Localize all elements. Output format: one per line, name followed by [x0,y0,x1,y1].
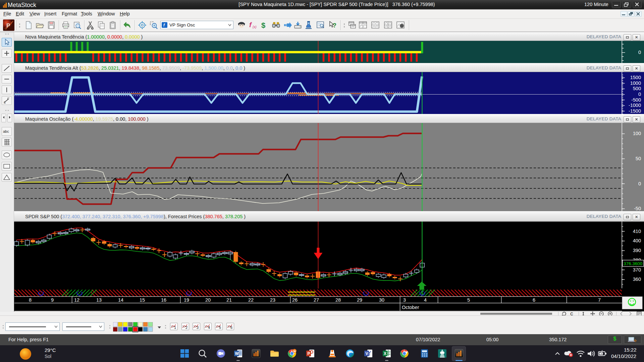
svg-text:15: 15 [140,297,145,303]
svg-text:(x): (x) [253,25,257,29]
svg-text:14: 14 [118,297,123,303]
svg-text:19: 19 [184,297,189,303]
svg-text:-500: -500 [631,97,641,103]
svg-text:N: N [293,350,296,353]
svg-text:S: S [4,101,6,104]
svg-text:4: 4 [424,297,427,303]
svg-text:?: ? [333,22,336,29]
svg-text:9: 9 [51,297,54,303]
svg-text:360: 360 [633,277,641,282]
svg-text:$: $ [261,21,265,29]
svg-text:f: f [249,21,252,28]
svg-text:4: 4 [208,325,210,329]
svg-text:27: 27 [314,297,319,303]
svg-text:October: October [402,305,419,310]
svg-text:0: 0 [638,181,641,186]
svg-text:1500: 1500 [630,75,641,80]
svg-text:5: 5 [219,325,221,329]
svg-text:0: 0 [638,50,641,55]
svg-text:5: 5 [467,297,470,303]
svg-text:23: 23 [270,297,275,303]
svg-text:-50: -50 [634,206,641,211]
svg-text:1: 1 [174,325,176,329]
svg-text:3: 3 [197,325,199,329]
svg-text:P: P [6,22,10,29]
svg-text:13: 13 [96,297,102,303]
svg-text:410: 410 [633,229,641,234]
svg-text:29: 29 [357,297,362,303]
svg-text:26: 26 [292,297,298,303]
svg-text:21: 21 [226,297,232,303]
svg-text:28: 28 [335,297,341,303]
svg-text:16: 16 [161,297,166,303]
svg-text:P: P [308,351,310,356]
svg-text:X: X [384,351,386,356]
svg-text:0: 0 [638,92,641,97]
svg-text:500: 500 [633,86,641,91]
svg-text:V: V [366,351,368,356]
svg-text:100: 100 [633,131,641,136]
svg-text:W: W [235,351,239,356]
svg-text:MetaStock: MetaStock [8,2,37,8]
svg-text:7: 7 [598,297,601,303]
svg-text:20: 20 [205,297,211,303]
svg-text:-1000: -1000 [629,103,641,108]
svg-text:8: 8 [29,297,32,303]
svg-text:370: 370 [633,267,641,273]
svg-text:abc: abc [3,129,9,133]
svg-text:400: 400 [633,238,641,243]
svg-text:12: 12 [74,297,79,303]
svg-text:6: 6 [533,297,535,303]
svg-text:376.3600: 376.3600 [624,261,642,266]
svg-text:22: 22 [248,297,254,303]
svg-text:390: 390 [633,248,641,253]
svg-text:3: 3 [403,297,406,303]
svg-text:50: 50 [636,156,641,161]
svg-text:-1500: -1500 [629,108,641,114]
svg-text:1000: 1000 [630,80,641,86]
svg-text:30: 30 [379,297,384,303]
svg-text:6: 6 [230,325,232,329]
svg-text:2: 2 [185,325,187,329]
